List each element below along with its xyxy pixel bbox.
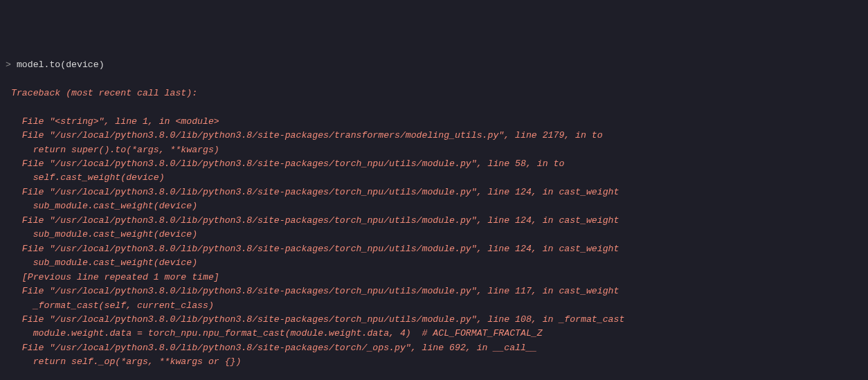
traceback-frame-code: sub_module.cast_weight(device) [1,228,867,242]
traceback-header: Traceback (most recent call last): [1,87,867,100]
traceback-frame-loc: File "/usr/local/python3.8.0/lib/python3… [1,129,867,143]
traceback-frame-code: sub_module.cast_weight(device) [1,256,867,270]
repl-input: model.to(device) [17,60,105,70]
traceback-frame-loc: File "/usr/local/python3.8.0/lib/python3… [1,157,867,171]
traceback-frame-loc: File "<string>", line 1, in <module> [1,115,867,129]
traceback-frame-loc: File "/usr/local/python3.8.0/lib/python3… [1,242,867,256]
traceback-frame-code: _format_cast(self, current_class) [1,299,867,313]
traceback-frame-loc: File "/usr/local/python3.8.0/lib/python3… [1,341,867,355]
traceback-frame-loc: [Previous line repeated 1 more time] [1,271,867,284]
traceback-frame-loc: File "/usr/local/python3.8.0/lib/python3… [1,214,867,228]
traceback-frame-loc: File "/usr/local/python3.8.0/lib/python3… [1,313,867,327]
traceback-frame-code: return super().to(*args, **kwargs) [1,143,867,157]
traceback-frame-code: sub_module.cast_weight(device) [1,199,867,213]
repl-prompt-line: > model.to(device) [1,58,867,72]
traceback-frame-code: module.weight.data = torch_npu.npu_forma… [1,327,867,341]
traceback-frame-loc: File "/usr/local/python3.8.0/lib/python3… [1,284,867,298]
traceback-frame-loc: File "/usr/local/python3.8.0/lib/python3… [1,186,867,199]
traceback-frame-code: self.cast_weight(device) [1,171,867,185]
traceback-frame-code: return self._op(*args, **kwargs or {}) [1,355,867,369]
prompt-symbol: > [1,58,11,72]
